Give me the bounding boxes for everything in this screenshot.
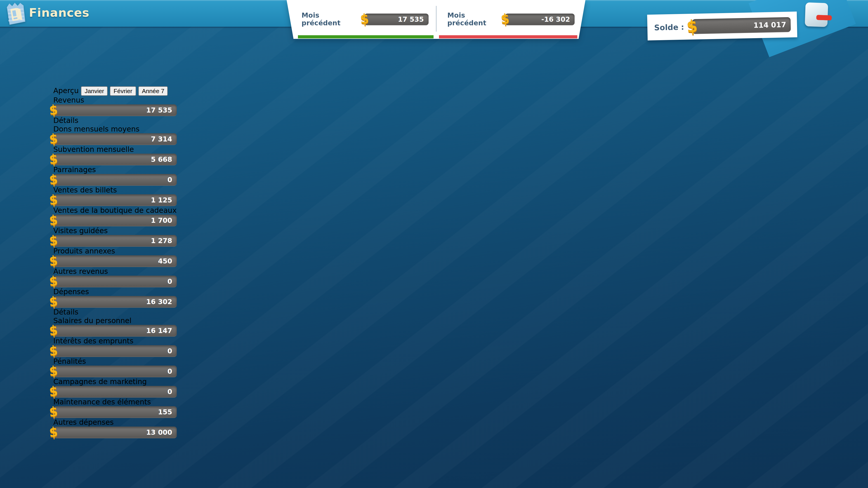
expenses-title: Dépenses — [53, 287, 89, 296]
amount-pill: $ 155 — [53, 406, 177, 418]
list-item: Dons mensuels moyens $ 7 314 — [53, 125, 177, 145]
dollar-badge-icon: $ — [49, 213, 59, 227]
stat-label: Mois précédent — [447, 12, 489, 27]
previous-month-banner: Mois précédent $ 17 535 Mois précédent $… — [287, 0, 585, 39]
row-label: Pénalités — [53, 357, 86, 365]
amount-pill: $ 16 302 — [53, 296, 177, 308]
dollar-badge-icon: $ — [49, 103, 59, 117]
stat-label: Mois précédent — [302, 12, 343, 27]
amount-pill: $ 17 535 — [53, 104, 177, 116]
dollar-badge-icon: $ — [49, 132, 59, 145]
row-label: Visites guidées — [53, 226, 108, 235]
previous-month-income-stat: Mois précédent $ 17 535 — [287, 0, 436, 39]
row-value: 1 278 — [151, 237, 172, 245]
details-header: Détails — [53, 308, 177, 316]
month-button-janvier[interactable]: Janvier — [81, 86, 107, 96]
close-button[interactable] — [805, 2, 828, 27]
dollar-badge-icon: $ — [49, 172, 59, 186]
negative-bar — [439, 35, 577, 38]
dollar-badge-icon: $ — [49, 294, 59, 308]
row-label: Ventes de la boutique de cadeaux — [53, 206, 177, 215]
row-label: Maintenance des éléments — [53, 398, 151, 406]
income-total: 17 535 — [146, 106, 172, 114]
row-label: Autres revenus — [53, 267, 108, 275]
income-title: Revenus — [53, 96, 84, 104]
balance-banner: Solde : $ 114 017 — [647, 11, 797, 40]
balance-label: Solde : — [654, 22, 684, 32]
row-label: Autres dépenses — [53, 418, 114, 427]
row-value: 16 147 — [146, 327, 172, 335]
list-item: Maintenance des éléments $ 155 — [53, 398, 177, 418]
list-item: Intérêts des emprunts $ 0 — [53, 337, 177, 357]
row-value: 1 125 — [151, 196, 172, 204]
dollar-badge-icon: $ — [360, 12, 369, 26]
dollar-badge-icon: $ — [49, 233, 59, 247]
list-item: Ventes des billets $ 1 125 — [53, 186, 177, 206]
previous-month-net-stat: Mois précédent $ -16 302 — [436, 0, 585, 39]
amount-pill: $ 450 — [53, 255, 177, 267]
amount-pill: $ 0 — [53, 345, 177, 357]
row-value: 7 314 — [151, 135, 172, 143]
income-summary-card: Revenus $ 17 535 — [53, 96, 177, 116]
amount-pill: $ 1 700 — [53, 215, 177, 226]
dollar-badge-icon: $ — [500, 12, 510, 26]
row-label: Campagnes de marketing — [53, 377, 147, 386]
row-value: 155 — [158, 408, 172, 416]
dollar-badge-icon: $ — [49, 364, 59, 378]
list-item: Parrainages $ 0 — [53, 165, 177, 186]
dollar-badge-icon: $ — [49, 404, 59, 418]
amount-pill: $ 17 535 — [364, 13, 428, 25]
section-title: Aperçu — [53, 86, 79, 95]
row-value: 1 700 — [151, 217, 172, 225]
amount-pill: $ 114 017 — [692, 17, 791, 34]
row-value: 0 — [167, 347, 172, 355]
overview-panel: Aperçu Janvier Février Année 7 Revenus $… — [53, 86, 177, 438]
row-label: Ventes des billets — [53, 186, 117, 194]
amount-pill: $ 1 278 — [53, 235, 177, 247]
expenses-column: Dépenses $ 16 302 Détails Salaires du pe… — [53, 287, 177, 438]
list-item: Salaires du personnel $ 16 147 — [53, 316, 177, 337]
row-value: 450 — [158, 257, 172, 265]
dollar-badge-icon: $ — [49, 323, 59, 337]
income-rows: Dons mensuels moyens $ 7 314 Subvention … — [53, 125, 177, 287]
row-label: Parrainages — [53, 165, 96, 174]
expenses-summary-card: Dépenses $ 16 302 — [53, 287, 177, 308]
game-screen: Finances Mois précédent $ 17 535 Mois pr… — [0, 0, 868, 488]
balance-value: 114 017 — [753, 20, 786, 30]
dollar-badge-icon: $ — [49, 425, 59, 439]
amount-pill: $ 1 125 — [53, 194, 177, 206]
row-value: 0 — [167, 278, 172, 286]
positive-bar — [298, 35, 433, 38]
list-item: Ventes de la boutique de cadeaux $ 1 700 — [53, 206, 177, 226]
amount-pill: $ 13 000 — [53, 427, 177, 438]
row-label: Dons mensuels moyens — [53, 125, 140, 133]
month-button-fevrier[interactable]: Février — [110, 86, 136, 96]
row-value: 13 000 — [146, 428, 172, 436]
row-label: Intérêts des emprunts — [53, 337, 133, 345]
expenses-total: 16 302 — [146, 298, 172, 306]
dollar-badge-icon: $ — [49, 384, 59, 398]
dollar-badge-icon: $ — [49, 274, 59, 288]
amount-pill: $ 16 147 — [53, 325, 177, 337]
close-icon — [816, 15, 832, 20]
list-item: Autres dépenses $ 13 000 — [53, 418, 177, 438]
stat-value: 17 535 — [398, 15, 424, 24]
row-label: Salaires du personnel — [53, 316, 131, 325]
amount-pill: $ 0 — [53, 386, 177, 398]
amount-pill: $ 0 — [53, 174, 177, 186]
page-title: Finances — [29, 6, 90, 20]
list-item: Subvention mensuelle $ 5 668 — [53, 145, 177, 165]
finances-ticket-icon — [5, 1, 27, 28]
expenses-rows: Salaires du personnel $ 16 147 Intérêts … — [53, 316, 177, 438]
list-item: Visites guidées $ 1 278 — [53, 226, 177, 247]
row-label: Produits annexes — [53, 247, 115, 255]
amount-pill: $ 0 — [53, 365, 177, 377]
dollar-badge-icon: $ — [49, 344, 59, 357]
amount-pill: $ -16 302 — [505, 13, 575, 25]
row-value: 0 — [167, 367, 172, 376]
row-value: 0 — [167, 176, 172, 184]
row-value: 0 — [167, 388, 172, 396]
details-header: Détails — [53, 116, 177, 125]
year-dropdown[interactable]: Année 7 — [138, 86, 168, 96]
list-item: Autres revenus $ 0 — [53, 267, 177, 287]
